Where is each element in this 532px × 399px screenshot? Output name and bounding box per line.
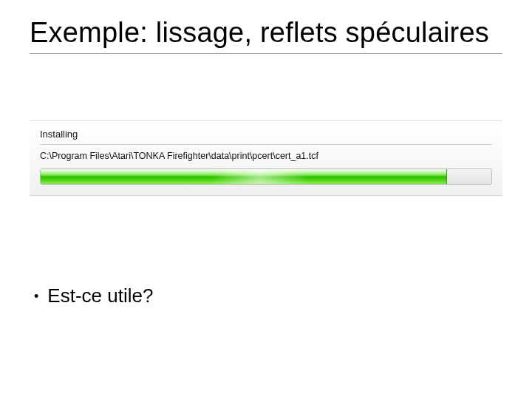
- installer-panel: Installing C:\Program Files\Atari\TONKA …: [30, 120, 502, 196]
- bullet-icon: •: [34, 290, 38, 303]
- installer-separator: [40, 144, 492, 145]
- slide: Exemple: lissage, reflets spéculaires In…: [0, 0, 532, 399]
- bullet-text: Est-ce utile?: [47, 284, 153, 307]
- progress-bar: [40, 168, 492, 185]
- list-item: • Est-ce utile?: [30, 284, 502, 307]
- bullet-list: • Est-ce utile?: [30, 284, 502, 307]
- installer-current-file-path: C:\Program Files\Atari\TONKA Firefighter…: [40, 151, 492, 161]
- slide-title: Exemple: lissage, reflets spéculaires: [30, 18, 502, 49]
- title-underline: [30, 53, 502, 54]
- installer-heading: Installing: [40, 129, 492, 140]
- progress-bar-fill: [41, 169, 447, 184]
